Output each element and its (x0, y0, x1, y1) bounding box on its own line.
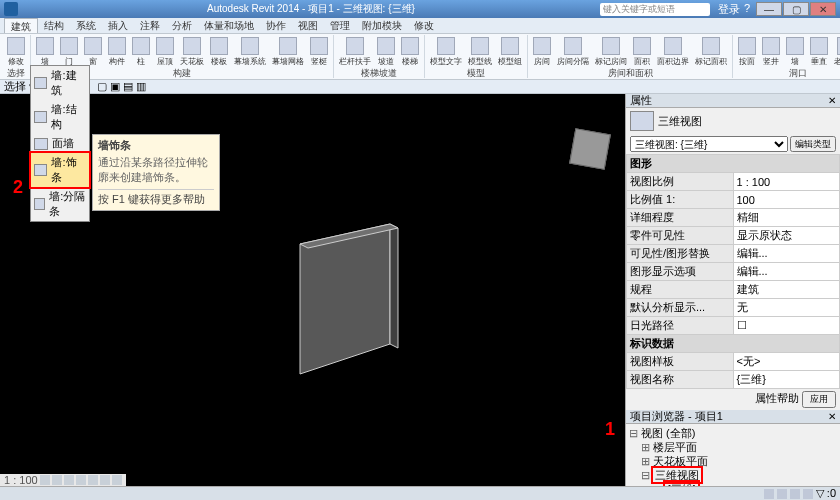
ribbon-tool[interactable]: 老虎窗 (831, 35, 840, 68)
ribbon-tool[interactable]: 墙 (33, 35, 57, 68)
property-row[interactable]: 标识数据 (627, 335, 840, 353)
ribbon-tab[interactable]: 协作 (260, 18, 292, 33)
tree-node[interactable]: ⊟ 三维视图 (629, 468, 837, 482)
instance-selector[interactable]: 三维视图: {三维} (630, 136, 788, 152)
options-bar: 选择 ▾ ▢ ▣ ▤ ▥ (0, 80, 840, 94)
property-row[interactable]: 规程建筑 (627, 281, 840, 299)
ribbon-tab[interactable]: 插入 (102, 18, 134, 33)
ribbon: 修改选择墙门窗构件柱屋顶天花板楼板幕墙系统幕墙网格竖梃构建栏杆扶手坡道楼梯楼梯坡… (0, 34, 840, 80)
close-button[interactable]: ✕ (810, 2, 836, 16)
ribbon-tab[interactable]: 分析 (166, 18, 198, 33)
search-input[interactable]: 键入关键字或短语 (600, 3, 710, 16)
props-help-link[interactable]: 属性帮助 (755, 392, 799, 404)
viewbar-icon[interactable] (76, 475, 86, 485)
property-row[interactable]: 可见性/图形替换编辑... (627, 245, 840, 263)
ribbon-tool[interactable]: 屋顶 (153, 35, 177, 68)
property-row[interactable]: 视图名称{三维} (627, 371, 840, 389)
ribbon-tool[interactable]: 窗 (81, 35, 105, 68)
property-row[interactable]: 零件可见性显示原状态 (627, 227, 840, 245)
property-row[interactable]: 详细程度精细 (627, 209, 840, 227)
viewport-3d[interactable]: 墙:建筑墙:结构面墙墙:饰条墙:分隔条 墙饰条 通过沿某条路径拉伸轮廓来创建墙饰… (0, 94, 625, 486)
property-row[interactable]: 默认分析显示...无 (627, 299, 840, 317)
browser-tree[interactable]: ⊟ 视图 (全部)⊞ 楼层平面⊞ 天花板平面⊟ 三维视图 {三维}⊞ 立面 (建… (626, 424, 840, 486)
ribbon-tool[interactable]: 构件 (105, 35, 129, 68)
ribbon-tool[interactable]: 柱 (129, 35, 153, 68)
edit-type-button[interactable]: 编辑类型 (790, 136, 836, 152)
ribbon-tab[interactable]: 建筑 (4, 18, 38, 33)
scale-display[interactable]: 1 : 100 (4, 474, 38, 486)
ribbon-tab[interactable]: 管理 (324, 18, 356, 33)
dropdown-item[interactable]: 墙:饰条 (29, 151, 91, 189)
ribbon-tab[interactable]: 视图 (292, 18, 324, 33)
ribbon-tool[interactable]: 楼梯 (398, 35, 422, 68)
view-cube[interactable] (565, 124, 615, 174)
ribbon-tool[interactable]: 垂直 (807, 35, 831, 68)
status-icon[interactable] (803, 489, 813, 499)
ribbon-tool[interactable]: 坡道 (374, 35, 398, 68)
ribbon-tool[interactable]: 模型组 (495, 35, 525, 68)
ribbon-tool[interactable]: 天花板 (177, 35, 207, 68)
tree-node[interactable]: ⊟ 视图 (全部) (629, 426, 837, 440)
ribbon-tab[interactable]: 体量和场地 (198, 18, 260, 33)
ribbon-tool[interactable]: 墙 (783, 35, 807, 68)
viewbar-icon[interactable] (100, 475, 110, 485)
ribbon-tab[interactable]: 注释 (134, 18, 166, 33)
close-icon[interactable]: ✕ (828, 95, 836, 106)
app-icon[interactable] (4, 2, 18, 16)
ribbon-tool[interactable]: 按面 (735, 35, 759, 68)
tree-node[interactable]: ⊞ 楼层平面 (629, 440, 837, 454)
login-link[interactable]: 登录 (718, 2, 740, 17)
viewbar-icon[interactable] (52, 475, 62, 485)
ribbon-tool[interactable]: 幕墙系统 (231, 35, 269, 68)
ribbon-group-label: 洞口 (735, 68, 840, 78)
ribbon-tool[interactable]: 修改 (4, 35, 28, 68)
ribbon-tool[interactable]: 房间 (530, 35, 554, 68)
viewbar-icon[interactable] (64, 475, 74, 485)
ribbon-tool[interactable]: 竖梃 (307, 35, 331, 68)
property-row[interactable]: 视图比例1 : 100 (627, 173, 840, 191)
help-icon[interactable]: ? (744, 2, 750, 17)
dropdown-item[interactable]: 墙:结构 (31, 100, 89, 134)
ribbon-tool[interactable]: 竖井 (759, 35, 783, 68)
tooltip: 墙饰条 通过沿某条路径拉伸轮廓来创建墙饰条。 按 F1 键获得更多帮助 (92, 134, 220, 211)
ribbon-tab[interactable]: 附加模块 (356, 18, 408, 33)
viewbar-icon[interactable] (40, 475, 50, 485)
property-row[interactable]: 比例值 1:100 (627, 191, 840, 209)
ribbon-tool[interactable]: 栏杆扶手 (336, 35, 374, 68)
viewbar-icon[interactable] (88, 475, 98, 485)
filter-label[interactable]: ▽ :0 (816, 487, 836, 500)
ribbon-tab[interactable]: 结构 (38, 18, 70, 33)
dropdown-item[interactable]: 墙:分隔条 (31, 187, 89, 221)
properties-header[interactable]: 属性 ✕ (626, 94, 840, 108)
property-row[interactable]: 视图样板<无> (627, 353, 840, 371)
ribbon-tool[interactable]: 楼板 (207, 35, 231, 68)
status-icon[interactable] (790, 489, 800, 499)
ribbon-tab[interactable]: 系统 (70, 18, 102, 33)
ribbon-tab[interactable]: 修改 (408, 18, 440, 33)
minimize-button[interactable]: — (756, 2, 782, 16)
properties-grid[interactable]: 图形视图比例1 : 100比例值 1:100详细程度精细零件可见性显示原状态可见… (626, 154, 840, 389)
property-row[interactable]: 图形 (627, 155, 840, 173)
browser-header[interactable]: 项目浏览器 - 项目1 ✕ (626, 410, 840, 424)
ribbon-tool[interactable]: 房间分隔 (554, 35, 592, 68)
status-icon[interactable] (764, 489, 774, 499)
ribbon-tool[interactable]: 面积 (630, 35, 654, 68)
wall-3d-geometry[interactable] (280, 214, 430, 384)
ribbon-group-label: 楼梯坡道 (336, 68, 422, 78)
viewbar-icon[interactable] (112, 475, 122, 485)
ribbon-tool[interactable]: 面积边界 (654, 35, 692, 68)
ribbon-tool[interactable]: 标记房间 (592, 35, 630, 68)
property-row[interactable]: 图形显示选项编辑... (627, 263, 840, 281)
ribbon-tool[interactable]: 幕墙网格 (269, 35, 307, 68)
close-icon[interactable]: ✕ (828, 411, 836, 422)
ribbon-tool[interactable]: 门 (57, 35, 81, 68)
maximize-button[interactable]: ▢ (783, 2, 809, 16)
status-icon[interactable] (777, 489, 787, 499)
apply-button[interactable]: 应用 (802, 391, 836, 408)
ribbon-tool[interactable]: 模型文字 (427, 35, 465, 68)
annotation-1: 1 (605, 419, 615, 440)
ribbon-tool[interactable]: 标记面积 (692, 35, 730, 68)
property-row[interactable]: 日光路径☐ (627, 317, 840, 335)
ribbon-tool[interactable]: 模型线 (465, 35, 495, 68)
dropdown-item[interactable]: 墙:建筑 (31, 66, 89, 100)
